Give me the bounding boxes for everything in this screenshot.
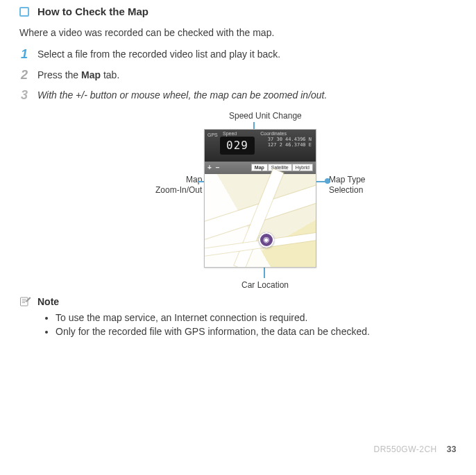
widget-header: GPS Speed Coordinates 029 37 30 44.4396 …	[205, 130, 316, 162]
callout-speed-unit: Speed Unit Change	[229, 111, 302, 121]
step-text: With the +/- button or mouse wheel, the …	[37, 89, 457, 103]
step-2-post: tab.	[101, 69, 119, 80]
map-type-tab-satellite[interactable]: Satellite	[268, 164, 292, 171]
footer-model: DR550GW-2CH	[373, 444, 436, 454]
figure-area: Speed Unit Change Map Zoom-In/Out Map Ty…	[19, 110, 457, 290]
map-type-tabs: Map Satellite Hybrid	[251, 164, 313, 171]
note-pencil-icon	[19, 295, 32, 308]
step-list: 1 Select a file from the recorded video …	[19, 48, 457, 103]
map-type-tab-hybrid[interactable]: Hybrid	[292, 164, 313, 171]
callout-zoom-line1: Map	[186, 175, 202, 184]
map-canvas[interactable]: ◉	[205, 174, 316, 267]
car-location-pin-icon: ◉	[259, 232, 274, 248]
map-widget-screenshot: GPS Speed Coordinates 029 37 30 44.4396 …	[204, 129, 316, 268]
zoom-out-button[interactable]: −	[216, 164, 220, 171]
coordinate-display: 37 30 44.4396 N 127 2 46.3740 E	[268, 137, 312, 148]
step-number: 3	[19, 89, 29, 101]
note-heading-row: Note	[19, 295, 457, 308]
page-footer: DR550GW-2CH 33	[373, 444, 457, 454]
callout-car-location: Car Location	[241, 280, 289, 291]
step-2-pre: Press the	[37, 69, 81, 80]
step-number: 1	[19, 48, 29, 60]
section-title: How to Check the Map	[37, 6, 148, 17]
zoom-controls: + −	[207, 164, 220, 171]
footer-page-number: 33	[447, 444, 457, 454]
step-text: Press the Map tab.	[37, 69, 457, 83]
step-text: Select a file from the recorded video li…	[37, 48, 457, 62]
note-list: To use the map service, an Internet conn…	[56, 312, 457, 337]
intro-text: Where a video was recorded can be checke…	[19, 27, 457, 38]
note-item: Only for the recorded file with GPS info…	[56, 326, 457, 337]
step-2: 2 Press the Map tab.	[19, 69, 457, 83]
header-speed-label: Speed	[223, 131, 237, 136]
callout-zoom-line2: Zoom-In/Out	[155, 185, 202, 195]
coord-lon: 127 2 46.3740 E	[268, 142, 312, 148]
widget-toolbar: + − Map Satellite Hybrid	[205, 162, 316, 174]
header-gps-label: GPS	[207, 132, 218, 137]
step-2-bold: Map	[81, 69, 101, 80]
zoom-in-button[interactable]: +	[207, 164, 212, 171]
step-number: 2	[19, 69, 29, 81]
section-title-row: How to Check the Map	[19, 6, 457, 17]
note-item: To use the map service, an Internet conn…	[56, 312, 457, 323]
callout-type-line1: Map Type	[329, 175, 365, 184]
header-coord-label: Coordinates	[260, 131, 287, 136]
note-heading: Note	[37, 296, 59, 307]
step-3: 3 With the +/- button or mouse wheel, th…	[19, 89, 457, 103]
step-1: 1 Select a file from the recorded video …	[19, 48, 457, 62]
map-type-tab-map[interactable]: Map	[251, 164, 268, 171]
coord-lat: 37 30 44.4396 N	[268, 137, 312, 142]
callout-map-type: Map Type Selection	[329, 175, 365, 196]
speed-display[interactable]: 029	[220, 137, 255, 155]
callout-type-line2: Selection	[329, 185, 363, 195]
section-bullet-icon	[19, 7, 29, 17]
callout-zoom: Map Zoom-In/Out	[155, 175, 202, 196]
